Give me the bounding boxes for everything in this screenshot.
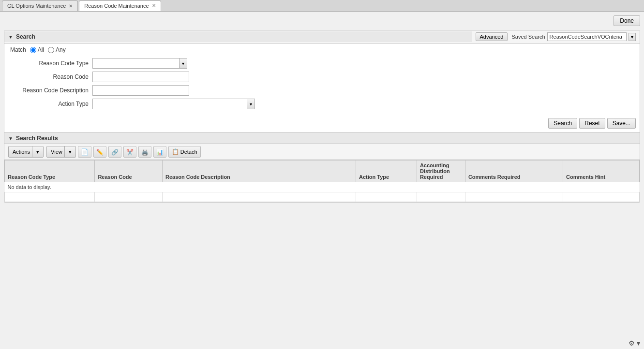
reason-code-input[interactable] (92, 72, 189, 82)
view-dropdown-arrow[interactable]: ▾ (65, 146, 75, 157)
results-title: Search Results (16, 135, 58, 142)
tab-bar: GL Options Maintenance ✕ Reason Code Mai… (0, 0, 644, 12)
bottom-bar: ⚙ ▾ (625, 337, 644, 349)
results-table-container: Reason Code Type Reason Code Reason Code… (4, 160, 640, 202)
tab-gl-options-close[interactable]: ✕ (69, 3, 73, 9)
reason-code-type-row: Reason Code Type ▾ (10, 58, 634, 69)
actions-group: Actions ▾ (8, 146, 44, 158)
reason-code-label: Reason Code (10, 73, 92, 80)
settings-icon[interactable]: ⚙ (629, 339, 635, 347)
actions-dropdown-arrow[interactable]: ▾ (32, 146, 43, 157)
match-all-text: All (38, 46, 44, 53)
action-type-row: Action Type ▾ (10, 99, 634, 109)
tab-gl-options-label: GL Options Maintenance (7, 3, 66, 9)
export-icon: 📊 (156, 149, 164, 156)
reason-code-row: Reason Code (10, 72, 634, 82)
reason-code-type-container: ▾ (92, 58, 187, 69)
col-header-accounting: Accounting Distribution Required (417, 160, 465, 182)
search-section-header: ▼ Search (4, 31, 472, 42)
match-all-label[interactable]: All (30, 46, 44, 53)
detach-label: Detach (180, 149, 197, 155)
tab-reason-code[interactable]: Reason Code Maintenance ✕ (79, 0, 161, 11)
print-icon-btn[interactable]: 🖨️ (138, 146, 151, 158)
no-data-row: No data to display. (5, 182, 640, 192)
edit-icon: ✏️ (96, 149, 104, 156)
create-icon-btn[interactable]: 📄 (78, 146, 91, 158)
match-any-radio[interactable] (48, 47, 54, 53)
criteria-select-container: ReasonCodeSearchVOCriteria (547, 32, 627, 41)
reason-code-type-select[interactable] (92, 58, 180, 69)
search-title: Search (16, 33, 35, 40)
done-button[interactable]: Done (614, 15, 640, 26)
results-toolbar: Actions ▾ View ▾ 📄 ✏️ 🔗 (4, 144, 640, 160)
match-row: Match All Any (4, 44, 640, 56)
no-data-message: No data to display. (5, 182, 640, 192)
empty-row-1 (5, 192, 640, 202)
view-button[interactable]: View (47, 146, 65, 157)
edit-icon-btn[interactable]: ✏️ (93, 146, 106, 158)
col-header-comments-required: Comments Required (465, 160, 563, 182)
main-panel: ▼ Search Advanced Saved Search ReasonCod… (4, 30, 640, 203)
delete-icon-btn[interactable]: ✂️ (123, 146, 136, 158)
col-header-reason-code-desc: Reason Code Description (162, 160, 356, 182)
actions-button[interactable]: Actions (9, 146, 32, 157)
dropdown-icon[interactable]: ▾ (637, 339, 640, 347)
action-type-container: ▾ (92, 99, 255, 109)
top-toolbar: Done (4, 15, 640, 26)
search-collapse-icon[interactable]: ▼ (8, 34, 13, 40)
criteria-value: ReasonCodeSearchVOCriteria (550, 34, 622, 40)
tab-reason-code-close[interactable]: ✕ (152, 3, 156, 8)
match-any-text: Any (56, 46, 66, 53)
action-type-label: Action Type (10, 101, 92, 107)
match-all-radio[interactable] (30, 47, 36, 53)
save-button[interactable]: Save... (607, 118, 636, 129)
advanced-button[interactable]: Advanced (476, 32, 508, 41)
match-any-label[interactable]: Any (48, 46, 66, 53)
saved-search-label: Saved Search (511, 34, 545, 40)
col-header-reason-code: Reason Code (95, 160, 163, 182)
reason-code-desc-input[interactable] (92, 85, 189, 96)
main-content: Done ▼ Search Advanced Saved Search Reas… (0, 12, 644, 349)
export-icon-btn[interactable]: 📊 (153, 146, 166, 158)
reason-code-type-label: Reason Code Type (10, 60, 92, 67)
search-button[interactable]: Search (548, 118, 577, 129)
tab-reason-code-label: Reason Code Maintenance (84, 3, 149, 9)
detach-icon: 📋 (172, 148, 179, 155)
link-icon: 🔗 (111, 149, 119, 156)
reason-code-desc-label: Reason Code Description (10, 87, 92, 94)
view-group: View ▾ (46, 146, 76, 158)
table-header-row: Reason Code Type Reason Code Reason Code… (5, 160, 640, 182)
create-icon: 📄 (81, 148, 89, 156)
form-section: Reason Code Type ▾ Reason Code Reason Co… (4, 56, 640, 116)
link-icon-btn[interactable]: 🔗 (108, 146, 121, 158)
tab-gl-options[interactable]: GL Options Maintenance ✕ (2, 0, 78, 11)
action-type-arrow[interactable]: ▾ (247, 99, 255, 109)
col-header-reason-code-type: Reason Code Type (5, 160, 95, 182)
delete-icon: ✂️ (126, 149, 134, 156)
results-collapse-icon[interactable]: ▼ (8, 136, 13, 141)
action-type-select[interactable] (92, 99, 247, 109)
reason-code-type-arrow[interactable]: ▾ (180, 58, 187, 69)
reset-button[interactable]: Reset (579, 118, 605, 129)
results-section: ▼ Search Results Actions ▾ View ▾ 📄 (4, 132, 640, 202)
col-header-action-type: Action Type (356, 160, 417, 182)
print-icon: 🖨️ (141, 149, 149, 156)
match-label: Match (10, 46, 26, 53)
detach-button[interactable]: 📋 Detach (168, 146, 201, 158)
form-buttons: Search Reset Save... (4, 116, 640, 132)
reason-code-desc-row: Reason Code Description (10, 85, 634, 96)
col-header-comments-hint: Comments Hint (563, 160, 639, 182)
results-section-header: ▼ Search Results (4, 133, 640, 144)
criteria-dropdown-arrow[interactable]: ▾ (629, 33, 636, 41)
results-table: Reason Code Type Reason Code Reason Code… (4, 160, 640, 202)
